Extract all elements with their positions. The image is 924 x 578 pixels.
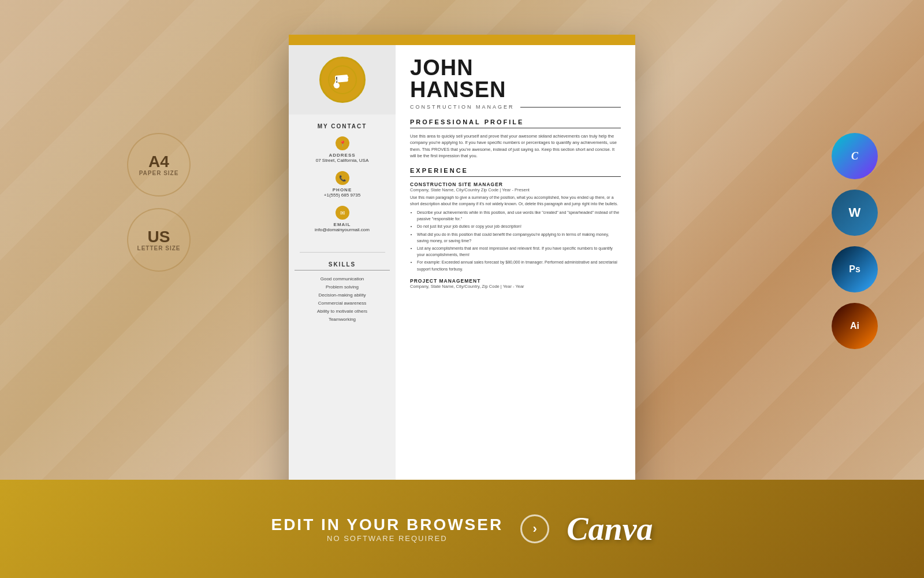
contact-title: MY CONTACT: [295, 123, 390, 129]
job1-desc: Use this main paragraph to give a summar…: [410, 195, 621, 207]
job1-title: CONSTRUCTION SITE MANAGER: [410, 181, 621, 187]
logo-area: [289, 45, 396, 114]
us-badge: US LETTER SIZE: [127, 208, 191, 272]
phone-value: +1(555) 685 9735: [324, 192, 360, 198]
bottom-banner: EDIT IN YOUR BROWSER NO SOFTWARE REQUIRE…: [0, 480, 924, 578]
arrow-circle[interactable]: ›: [520, 514, 549, 543]
email-icon: ✉: [336, 206, 349, 220]
job-title: CONSTRUCTION MANAGER: [410, 104, 515, 110]
address-label: ADDRESS: [329, 153, 355, 158]
logo-icon: [319, 57, 366, 103]
canva-icon[interactable]: C: [832, 133, 878, 179]
phone-icon: 📞: [336, 171, 349, 185]
arrow-icon: ›: [533, 521, 537, 536]
resume-main: JOHN HANSEN CONSTRUCTION MANAGER PROFESS…: [396, 45, 635, 538]
photoshop-icon[interactable]: Ps: [832, 246, 878, 292]
resume-name-line2: HANSEN: [410, 79, 621, 101]
skill-1: Good communication: [295, 276, 390, 281]
resume-top-bar: [289, 35, 635, 45]
bullet-5: For example: Exceeded annual sales forec…: [417, 259, 621, 272]
phone-item: 📞 PHONE +1(555) 685 9735: [295, 171, 390, 198]
job1-company: Company, State Name, City/Country Zip Co…: [410, 187, 621, 192]
skill-6: Teamworking: [295, 317, 390, 322]
resume-sidebar: MY CONTACT 📍 ADDRESS 07 Street, Californ…: [289, 45, 396, 538]
right-app-icons: C W Ps Ai: [832, 133, 878, 349]
us-badge-main: US: [148, 229, 170, 245]
profile-heading: PROFESSIONAL PROFILE: [410, 118, 621, 128]
word-icon[interactable]: W: [832, 190, 878, 236]
resume-name-line1: JOHN: [410, 57, 621, 79]
edit-main-text: EDIT IN YOUR BROWSER: [271, 516, 503, 534]
skills-title: SKILLS: [295, 261, 390, 271]
contact-section: MY CONTACT 📍 ADDRESS 07 Street, Californ…: [289, 114, 396, 249]
skill-2: Problem solving: [295, 284, 390, 290]
illustrator-icon[interactable]: Ai: [832, 303, 878, 349]
resume-document: MY CONTACT 📍 ADDRESS 07 Street, Californ…: [289, 35, 635, 538]
a4-badge-sub: PAPER SIZE: [139, 170, 179, 176]
a4-badge: A4 PAPER SIZE: [127, 133, 191, 197]
a4-badge-main: A4: [148, 154, 169, 170]
email-value: info@domainyourmail.com: [315, 227, 370, 232]
edit-sub-text: NO SOFTWARE REQUIRED: [271, 534, 503, 543]
left-badges-container: A4 PAPER SIZE US LETTER SIZE: [127, 133, 191, 272]
skills-section: SKILLS Good communication Problem solvin…: [289, 255, 396, 331]
address-value: 07 Street, California, USA: [316, 158, 369, 163]
bullet-2: Do not just list your job duties or copy…: [417, 223, 621, 229]
profile-text: Use this area to quickly sell yourself a…: [410, 133, 621, 159]
job2-company: Company, State Name, City/Country, Zip C…: [410, 284, 621, 289]
edit-text-block: EDIT IN YOUR BROWSER NO SOFTWARE REQUIRE…: [271, 516, 503, 543]
email-item: ✉ EMAIL info@domainyourmail.com: [295, 206, 390, 232]
job2-title: PROJECT MANAGEMENT: [410, 278, 621, 284]
illustrator-label: Ai: [850, 321, 859, 331]
bullet-3: What did you do in this position that co…: [417, 231, 621, 244]
title-line: [520, 107, 621, 108]
us-badge-sub: LETTER SIZE: [137, 245, 181, 251]
sidebar-divider: [300, 252, 385, 253]
skill-3: Decision-making ability: [295, 292, 390, 298]
canva-brand-text[interactable]: Canva: [567, 510, 653, 547]
experience-heading: EXPERIENCE: [410, 167, 621, 177]
address-icon: 📍: [336, 136, 349, 150]
bullet-1: Describe your achievements while in this…: [417, 209, 621, 222]
skill-5: Ability to motivate others: [295, 309, 390, 314]
phone-label: PHONE: [333, 187, 352, 192]
job1-bullets: Describe your achievements while in this…: [410, 209, 621, 272]
skill-4: Commercial awareness: [295, 301, 390, 306]
bullet-4: List any accomplishments that are most i…: [417, 245, 621, 258]
job-title-line: CONSTRUCTION MANAGER: [410, 104, 621, 110]
email-label: EMAIL: [334, 222, 351, 227]
address-item: 📍 ADDRESS 07 Street, California, USA: [295, 136, 390, 163]
